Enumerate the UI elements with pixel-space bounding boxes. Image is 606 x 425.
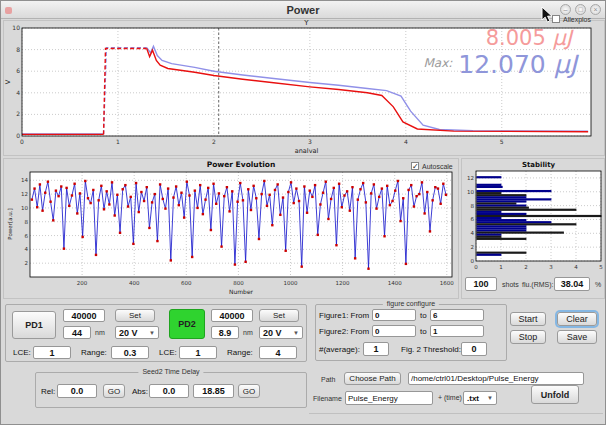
svg-text:4: 4 [404, 138, 408, 145]
autoscale-checkbox[interactable]: ✓ Autoscale [411, 162, 453, 170]
seed2-rel-input[interactable] [57, 384, 97, 398]
app-icon [5, 7, 12, 14]
shots-input[interactable] [465, 277, 497, 291]
svg-text:2: 2 [212, 138, 216, 145]
pd2-lce-label: LCE: [159, 348, 177, 357]
clear-button[interactable]: Clear [557, 312, 597, 326]
pd2-set-button[interactable]: Set [259, 309, 299, 322]
autoscale-checkbox-box[interactable]: ✓ [411, 162, 419, 170]
clear-button-label: Clear [566, 314, 588, 324]
pulse-energy-value: 8.005 [486, 26, 546, 50]
svg-text:5: 5 [500, 138, 504, 145]
svg-text:1600: 1600 [440, 280, 454, 286]
close-icon[interactable]: × [590, 4, 601, 15]
svg-text:12: 12 [467, 175, 474, 181]
pd1-button[interactable]: PD1 [12, 311, 56, 339]
fig1-to-label: to [420, 311, 427, 320]
pd2-nm-label: nm [243, 329, 253, 336]
seed2-abs-go-label: GO [243, 387, 255, 396]
svg-text:4: 4 [471, 230, 475, 236]
svg-text:Stability: Stability [522, 161, 556, 169]
pd1-nm-input[interactable] [63, 326, 91, 339]
app-window: Power – □ × 0246810012345YVanalval 8.005… [0, 0, 606, 425]
svg-text:10: 10 [467, 189, 474, 195]
max-energy-readout: Max:12.070 µJ [423, 50, 577, 79]
pd1-range-input[interactable] [111, 346, 149, 359]
fig1-from-input[interactable] [372, 309, 416, 321]
max-energy-value: 12.070 [458, 50, 545, 79]
pd2-button-label: PD2 [178, 319, 196, 329]
path-input[interactable] [408, 372, 584, 385]
pd2-voltage-select[interactable]: 20 V ▼ [259, 326, 303, 339]
seed2-abs-go-button[interactable]: GO [238, 384, 260, 398]
window-titlebar[interactable]: Power – □ × [1, 1, 605, 19]
fig1-to-input[interactable] [430, 309, 484, 321]
flu-rms-label: flu.(RMS): [522, 281, 554, 288]
svg-text:12: 12 [21, 191, 28, 197]
svg-text:2: 2 [25, 260, 29, 266]
maximize-icon[interactable]: □ [575, 4, 586, 15]
stability-plot: 024681012012345Stability [462, 159, 604, 277]
svg-text:6: 6 [25, 233, 29, 239]
pd2-nm-input[interactable] [211, 326, 239, 339]
choose-path-button[interactable]: Choose Path [344, 372, 401, 385]
pd2-range-label: Range: [227, 348, 253, 357]
flu-rms-input[interactable] [554, 277, 590, 291]
fig2-from-input[interactable] [372, 325, 416, 337]
path-label: Path [321, 376, 335, 383]
svg-text:8: 8 [471, 203, 475, 209]
minimize-icon[interactable]: – [560, 4, 571, 15]
pd1-voltage-select[interactable]: 20 V ▼ [115, 326, 159, 339]
filename-label: Filename [313, 395, 342, 402]
pd2-gain-input[interactable] [211, 309, 253, 322]
stop-button[interactable]: Stop [510, 330, 546, 344]
pd1-lce-input[interactable] [33, 346, 71, 359]
shots-label: shots [502, 281, 519, 288]
figure-configure-title: figure configure [383, 300, 439, 307]
seed2-groupbox-title: Seed2 Time Delay [138, 368, 203, 375]
unfold-button[interactable]: Unfold [531, 385, 579, 404]
svg-text:4: 4 [574, 264, 578, 270]
filename-input[interactable] [345, 391, 433, 405]
svg-text:10: 10 [21, 205, 28, 211]
seed2-rel-label: Rel: [41, 387, 55, 396]
average-label: #(average): [319, 345, 360, 354]
pulse-energy-readout: 8.005 µJ [486, 26, 572, 50]
svg-text:4: 4 [16, 89, 20, 96]
fig1-from-label: Figure1: From [319, 311, 369, 320]
pd2-lce-input[interactable] [179, 346, 217, 359]
mouse-cursor [541, 6, 557, 24]
unfold-button-label: Unfold [541, 390, 570, 400]
window-title: Power [286, 4, 319, 16]
time-suffix-label: + (time) [438, 394, 462, 401]
choose-path-label: Choose Path [349, 374, 395, 383]
pulse-energy-unit: µJ [552, 26, 572, 50]
pd2-range-input[interactable] [259, 346, 297, 359]
seed2-rel-go-label: GO [108, 387, 120, 396]
save-button[interactable]: Save [557, 330, 597, 344]
average-input[interactable] [363, 342, 389, 356]
extension-value: .txt [467, 394, 479, 403]
fig2-to-input[interactable] [430, 325, 484, 337]
fig2-threshold-input[interactable] [461, 342, 487, 356]
svg-text:1: 1 [116, 138, 120, 145]
seed2-abs-input[interactable] [149, 384, 189, 398]
max-energy-unit: µJ [554, 50, 577, 79]
power-evolution-plot: 24681012142004006008001000120014001600Po… [4, 159, 458, 298]
max-label: Max: [423, 56, 452, 70]
pd1-gain-input[interactable] [63, 309, 105, 322]
chevron-down-icon: ▼ [293, 330, 299, 336]
pd2-button[interactable]: PD2 [169, 309, 205, 339]
svg-text:Power[a.u.]: Power[a.u.] [7, 208, 13, 239]
allexplos-checkbox[interactable]: Allexplos [552, 15, 591, 23]
svg-text:2: 2 [471, 244, 475, 250]
pd1-voltage-value: 20 V [119, 328, 138, 338]
pd1-set-button[interactable]: Set [115, 309, 155, 322]
chevron-down-icon: ▼ [149, 330, 155, 336]
extension-select[interactable]: .txt ▼ [463, 391, 497, 405]
seed2-abs-position[interactable] [193, 384, 234, 398]
svg-text:1400: 1400 [388, 280, 402, 286]
start-button[interactable]: Start [510, 312, 546, 326]
seed2-rel-go-button[interactable]: GO [103, 384, 125, 398]
svg-text:analval: analval [295, 147, 319, 155]
